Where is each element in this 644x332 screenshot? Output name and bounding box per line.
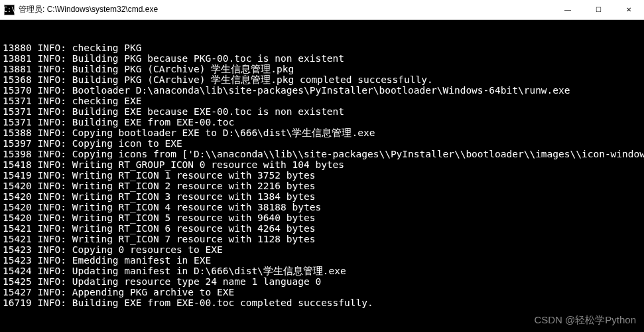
terminal-line: 15420 INFO: Writing RT_ICON 3 resource w… (3, 191, 641, 202)
terminal-line: 13880 INFO: checking PKG (3, 42, 641, 53)
terminal-line: 15419 INFO: Writing RT_ICON 1 resource w… (3, 170, 641, 181)
terminal-line: 13881 INFO: Building PKG because PKG-00.… (3, 53, 641, 64)
terminal-line: 15424 INFO: Updating manifest in D:\666\… (3, 266, 641, 276)
terminal-line: 15370 INFO: Bootloader D:\anaconda\lib\s… (3, 85, 641, 96)
window-title: 管理员: C:\Windows\system32\cmd.exe (19, 4, 552, 15)
maximize-button[interactable]: ☐ (583, 0, 613, 19)
terminal-line: 15421 INFO: Writing RT_ICON 6 resource w… (3, 223, 641, 234)
terminal-line: 15420 INFO: Writing RT_ICON 5 resource w… (3, 212, 641, 223)
terminal-line: 15420 INFO: Writing RT_ICON 4 resource w… (3, 202, 641, 212)
terminal-line: 15371 INFO: Building EXE from EXE-00.toc (3, 117, 641, 127)
terminal-line: 15420 INFO: Writing RT_ICON 2 resource w… (3, 181, 641, 191)
terminal-line: 15423 INFO: Copying 0 resources to EXE (3, 244, 641, 255)
terminal-line: 15418 INFO: Writing RT_GROUP_ICON 0 reso… (3, 159, 641, 170)
terminal-line: 16719 INFO: Building EXE from EXE-00.toc… (3, 297, 641, 308)
minimize-button[interactable]: — (552, 0, 583, 19)
terminal-line: 15398 INFO: Copying icons from ['D:\\ana… (3, 149, 641, 159)
terminal-output[interactable]: 13880 INFO: checking PKG13881 INFO: Buil… (0, 20, 644, 332)
terminal-line: 15371 INFO: checking EXE (3, 96, 641, 106)
terminal-line (3, 308, 641, 319)
close-button[interactable]: ✕ (613, 0, 644, 19)
cmd-icon: C:\ (4, 5, 15, 15)
terminal-line: 15388 INFO: Copying bootloader EXE to D:… (3, 127, 641, 138)
terminal-line: 15427 INFO: Appending PKG archive to EXE (3, 287, 641, 297)
window-controls: — ☐ ✕ (552, 0, 644, 19)
terminal-line: 15423 INFO: Emedding manifest in EXE (3, 255, 641, 266)
terminal-line: 15425 INFO: Updating resource type 24 na… (3, 276, 641, 287)
terminal-line: 15421 INFO: Writing RT_ICON 7 resource w… (3, 234, 641, 244)
terminal-line: 15368 INFO: Building PKG (CArchive) 学生信息… (3, 74, 641, 85)
terminal-line: 13881 INFO: Building PKG (CArchive) 学生信息… (3, 64, 641, 74)
titlebar: C:\ 管理员: C:\Windows\system32\cmd.exe — ☐… (0, 0, 644, 20)
terminal-line: 15397 INFO: Copying icon to EXE (3, 138, 641, 149)
terminal-line: 15371 INFO: Building EXE because EXE-00.… (3, 106, 641, 117)
